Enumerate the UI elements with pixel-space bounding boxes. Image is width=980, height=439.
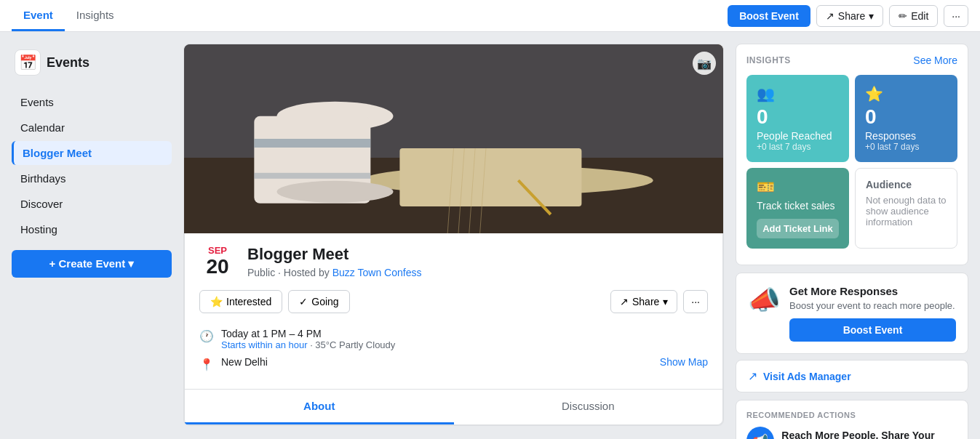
responses-sub: +0 last 7 days: [865, 142, 947, 152]
external-link-icon: ↗: [748, 369, 757, 383]
sidebar: 📅 Events Events Calendar Blogger Meet Bi…: [12, 44, 172, 439]
get-more-sub: Boost your event to reach more people.: [789, 300, 956, 311]
responses-number: 0: [865, 107, 947, 127]
event-time-text: Today at 1 PM – 4 PM: [221, 328, 395, 339]
audience-title: Audience: [866, 179, 947, 190]
recommended-label: RECOMMENDED ACTIONS: [746, 411, 957, 419]
right-sidebar: INSIGHTS See More 👥 0 People Reached +0 …: [736, 44, 968, 439]
recommended-item-text: Reach More People, Share Your Event: [781, 430, 957, 439]
event-date-day: 20: [199, 256, 236, 278]
audience-card: Audience Not enough data to show audienc…: [855, 168, 957, 249]
top-nav-actions: Boost Event ↗ Share ▾ ✏ Edit ···: [728, 5, 968, 27]
event-tabs: About Discussion: [185, 389, 722, 424]
people-reached-card: 👥 0 People Reached +0 last 7 days: [746, 75, 849, 162]
show-map-link[interactable]: Show Map: [660, 356, 708, 368]
audience-sub: Not enough data to show audience informa…: [866, 195, 947, 227]
chevron-down-icon: ▾: [869, 10, 874, 22]
see-more-link[interactable]: See More: [913, 55, 957, 66]
share-icon: ↗: [826, 10, 834, 22]
event-title: Blogger Meet: [247, 245, 421, 264]
main-layout: 📅 Events Events Calendar Blogger Meet Bi…: [0, 32, 980, 439]
clock-icon: 🕐: [199, 329, 214, 343]
check-icon: ✓: [299, 296, 308, 307]
svg-rect-3: [399, 148, 581, 206]
top-nav-tabs: Event Insights: [12, 0, 126, 31]
sidebar-item-events[interactable]: Events: [12, 90, 172, 114]
people-reached-title: People Reached: [757, 130, 839, 142]
people-reached-sub: +0 last 7 days: [757, 142, 839, 152]
event-time-sub: Starts within an hour · 35°C Partly Clou…: [221, 339, 395, 350]
sidebar-title: Events: [47, 55, 89, 71]
insights-label: INSIGHTS: [746, 55, 791, 65]
recommended-avatar-icon: 📢: [746, 427, 774, 439]
share-megaphone-icon: 📢: [752, 433, 768, 439]
svg-rect-11: [254, 139, 370, 148]
events-calendar-icon: 📅: [15, 49, 41, 76]
visit-ads-text: Visit Ads Manager: [763, 371, 851, 382]
event-location-row: 📍 New Delhi Show Map: [199, 356, 708, 371]
share-button[interactable]: ↗ Share ▾: [816, 5, 883, 27]
host-link[interactable]: Buzz Town Confess: [332, 267, 422, 278]
event-image-svg: [184, 44, 723, 233]
visit-ads-panel[interactable]: ↗ Visit Ads Manager: [736, 360, 968, 392]
star-responses-icon: ⭐: [865, 85, 947, 102]
insights-header: INSIGHTS See More: [746, 55, 957, 66]
share-arrow-icon: ↗: [620, 296, 629, 307]
ticket-title: Track ticket sales: [757, 200, 839, 212]
sidebar-item-discover[interactable]: Discover: [12, 192, 172, 216]
event-card: SEP 20 Blogger Meet Public · Hosted by B…: [184, 233, 723, 425]
more-event-button[interactable]: ···: [683, 290, 708, 313]
sidebar-item-blogger-meet[interactable]: Blogger Meet: [12, 141, 172, 165]
interested-button[interactable]: ⭐ Interested: [199, 290, 282, 313]
sidebar-item-calendar[interactable]: Calendar: [12, 116, 172, 140]
boost-small-button[interactable]: Boost Event: [789, 318, 956, 342]
get-more-panel: 📣 Get More Responses Boost your event to…: [736, 273, 968, 354]
people-icon: 👥: [757, 85, 839, 102]
event-actions: ⭐ Interested ✓ Going ↗ Share ▾ ···: [185, 290, 722, 322]
insights-grid: 👥 0 People Reached +0 last 7 days ⭐ 0 Re…: [746, 75, 957, 162]
sidebar-header: 📅 Events: [12, 44, 172, 81]
event-location-time: 🕐 Today at 1 PM – 4 PM Starts within an …: [185, 322, 722, 383]
event-info: SEP 20 Blogger Meet Public · Hosted by B…: [185, 233, 722, 290]
camera-icon[interactable]: 📷: [693, 52, 716, 75]
tab-event[interactable]: Event: [12, 0, 65, 31]
event-location-text: New Delhi: [221, 356, 268, 368]
star-icon: ⭐: [210, 296, 223, 307]
get-more-content: Get More Responses Boost your event to r…: [789, 285, 956, 342]
top-nav: Event Insights Boost Event ↗ Share ▾ ✏ E…: [0, 0, 980, 32]
more-options-button[interactable]: ···: [944, 5, 968, 27]
create-event-button[interactable]: + Create Event ▾: [12, 250, 172, 278]
event-image-visual: [184, 44, 723, 233]
tab-discussion[interactable]: Discussion: [454, 390, 723, 424]
megaphone-icon: 📣: [748, 285, 781, 315]
recommended-item: 📢 Reach More People, Share Your Event: [746, 427, 957, 439]
location-icon: 📍: [199, 358, 214, 371]
sidebar-item-birthdays[interactable]: Birthdays: [12, 166, 172, 190]
event-image: 📷: [184, 44, 723, 233]
event-details: Blogger Meet Public · Hosted by Buzz Tow…: [247, 245, 421, 278]
event-time-row: 🕐 Today at 1 PM – 4 PM Starts within an …: [199, 328, 708, 350]
share-chevron-icon: ▾: [663, 296, 668, 307]
sidebar-item-hosting[interactable]: Hosting: [12, 217, 172, 241]
edit-icon: ✏: [899, 10, 907, 22]
boost-event-button[interactable]: Boost Event: [728, 5, 810, 27]
tab-insights[interactable]: Insights: [65, 0, 126, 31]
share-event-button[interactable]: ↗ Share ▾: [610, 290, 677, 313]
get-more-title: Get More Responses: [789, 285, 956, 297]
ticket-card: 🎫 Track ticket sales Add Ticket Link: [746, 168, 849, 249]
svg-point-10: [276, 181, 393, 203]
tab-about[interactable]: About: [185, 390, 454, 424]
add-ticket-link-button[interactable]: Add Ticket Link: [757, 219, 839, 238]
going-button[interactable]: ✓ Going: [288, 290, 349, 313]
event-date-month: SEP: [199, 245, 236, 256]
ticket-icon: 🎫: [757, 178, 839, 196]
people-reached-number: 0: [757, 107, 839, 127]
responses-card: ⭐ 0 Responses +0 last 7 days: [855, 75, 957, 162]
event-time-details: Today at 1 PM – 4 PM Starts within an ho…: [221, 328, 395, 350]
starts-within-link[interactable]: Starts within an hour: [221, 339, 308, 350]
event-meta: Public · Hosted by Buzz Town Confess: [247, 267, 421, 278]
edit-button[interactable]: ✏ Edit: [889, 5, 938, 27]
svg-rect-12: [254, 173, 370, 179]
event-date-badge: SEP 20: [199, 245, 236, 278]
insights-panel: INSIGHTS See More 👥 0 People Reached +0 …: [736, 44, 968, 265]
